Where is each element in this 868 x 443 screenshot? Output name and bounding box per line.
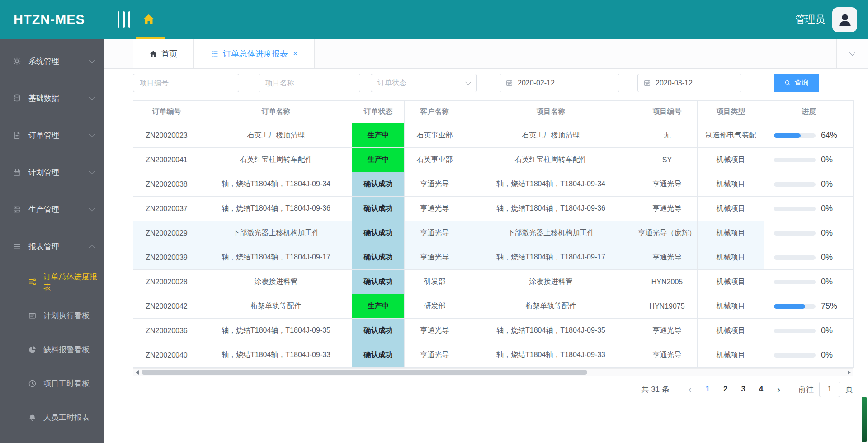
- cell-progress: 75%: [764, 294, 854, 319]
- cell-project-no: 亨通光导: [637, 319, 698, 343]
- sidebar-item-0[interactable]: 系统管理: [0, 42, 104, 80]
- cell-project-type: 机械项目: [698, 270, 764, 294]
- cell-order-name: 下部激光器上移机构加工件: [200, 221, 352, 245]
- sidebar-item-label: 生产管理: [28, 204, 90, 215]
- tab-label: 订单总体进度报表: [223, 48, 288, 59]
- progress-label: 75%: [821, 302, 837, 311]
- cell-project-no: 亨通光导: [637, 343, 698, 368]
- column-header: 进度: [764, 101, 854, 123]
- board-icon: [28, 311, 37, 320]
- sidebar-item-label: 报表管理: [28, 241, 90, 252]
- home-icon: [149, 50, 157, 58]
- sidebar-subitem-label: 人员工时报表: [43, 412, 90, 423]
- cell-order-name: 轴，烧结T1804轴，T1804J-09-33: [200, 343, 352, 368]
- cell-order-name: 轴，烧结T1804轴，T1804J-09-36: [200, 197, 352, 221]
- hamburger-icon[interactable]: [118, 11, 130, 28]
- cell-project-no: 亨通光导（庞辉）: [637, 221, 698, 245]
- progress-bar: [774, 207, 816, 211]
- column-header: 项目名称: [465, 101, 637, 123]
- cell-project-type: 机械项目: [698, 148, 764, 172]
- calendar-icon: [505, 79, 513, 87]
- date-from-value: 2020-02-12: [518, 79, 555, 87]
- pagination-page-4[interactable]: 4: [759, 385, 763, 393]
- database-icon: [13, 94, 22, 103]
- progress-label: 0%: [821, 204, 833, 213]
- sidebar-subitem-5-1[interactable]: 计划执行看板: [0, 299, 104, 333]
- pagination-next-icon[interactable]: ›: [777, 384, 780, 395]
- table-row: ZN20020041石英红宝柱周转车配件生产中石英事业部石英红宝柱周转车配件SY…: [133, 148, 854, 172]
- cell-customer: 石英事业部: [405, 123, 465, 148]
- progress-bar: [774, 329, 816, 333]
- tab-home[interactable]: 首页: [133, 39, 193, 68]
- cell-order-no: ZN20020029: [133, 221, 200, 245]
- progress-bar: [774, 353, 816, 358]
- date-from-picker[interactable]: 2020-02-12: [500, 74, 619, 92]
- pagination-prev-icon[interactable]: ‹: [689, 384, 692, 395]
- sidebar-subitem-5-0[interactable]: 订单总体进度报表: [0, 265, 104, 299]
- horizontal-scrollbar-thumb[interactable]: [142, 370, 587, 375]
- date-to-picker[interactable]: 2020-03-12: [637, 74, 741, 92]
- scroll-right-arrow-icon[interactable]: [845, 369, 853, 376]
- home-icon[interactable]: [142, 13, 156, 26]
- main-content: 订单状态 2020-02-12 2020-03-12 查询 订单编号订单名称订单…: [104, 69, 868, 443]
- list-icon: [211, 50, 219, 58]
- scroll-left-arrow-icon[interactable]: [133, 369, 141, 376]
- pagination-page-2[interactable]: 2: [723, 385, 727, 393]
- sidebar-item-5[interactable]: 报表管理: [0, 228, 104, 265]
- cell-progress: 0%: [764, 148, 854, 172]
- calendar-icon: [643, 79, 651, 87]
- vertical-scrollbar-thumb[interactable]: [862, 397, 867, 442]
- column-header: 订单编号: [133, 101, 200, 123]
- table-row: ZN20020028涂覆接进料管确认成功研发部涂覆接进料管HYN2005机械项目…: [133, 270, 854, 294]
- cell-project-type: 制造部电气装配: [698, 123, 764, 148]
- project-no-input[interactable]: [133, 74, 239, 92]
- cell-order-status: 确认成功: [352, 221, 405, 245]
- cell-order-status: 生产中: [352, 294, 405, 319]
- project-name-input[interactable]: [259, 74, 360, 92]
- cell-progress: 0%: [764, 197, 854, 221]
- cell-project-type: 机械项目: [698, 221, 764, 245]
- column-header: 客户名称: [405, 101, 465, 123]
- sidebar-item-1[interactable]: 基础数据: [0, 80, 104, 117]
- progress-label: 0%: [821, 350, 833, 360]
- progress-bar: [774, 231, 816, 236]
- tabs-dropdown-button[interactable]: [836, 39, 868, 68]
- cell-progress: 0%: [764, 270, 854, 294]
- cell-progress: 0%: [764, 172, 854, 197]
- chevron-up-icon: [89, 245, 95, 250]
- order-status-select[interactable]: 订单状态: [371, 74, 477, 92]
- pagination-page-1[interactable]: 1: [705, 385, 709, 393]
- pagination-goto-input[interactable]: [819, 382, 840, 397]
- progress-bar: [774, 255, 816, 260]
- chevron-down-icon: [89, 57, 95, 63]
- cell-customer: 亨通光导: [405, 343, 465, 368]
- search-button[interactable]: 查询: [774, 74, 819, 92]
- cell-order-no: ZN20020042: [133, 294, 200, 319]
- progress-label: 0%: [821, 277, 833, 287]
- pie-icon: [28, 345, 37, 354]
- tab-order-progress-report[interactable]: 订单总体进度报表 ×: [193, 39, 315, 68]
- cell-progress: 0%: [764, 343, 854, 368]
- sidebar-item-2[interactable]: 订单管理: [0, 117, 104, 154]
- sidebar-subitem-5-4[interactable]: 人员工时报表: [0, 401, 104, 434]
- cell-customer: 亨通光导: [405, 221, 465, 245]
- cell-project-name: 桁架单轨等配件: [465, 294, 637, 319]
- progress-label: 0%: [821, 253, 833, 262]
- sidebar-subitem-5-3[interactable]: 项目工时看板: [0, 367, 104, 401]
- tab-bar: 首页 订单总体进度报表 ×: [104, 39, 868, 69]
- pagination-page-3[interactable]: 3: [741, 385, 745, 393]
- date-to-value: 2020-03-12: [656, 79, 693, 87]
- person-icon: [837, 11, 853, 28]
- cell-project-no: 无: [637, 123, 698, 148]
- cell-order-no: ZN20020023: [133, 123, 200, 148]
- user-box[interactable]: 管理员: [795, 0, 857, 39]
- sidebar-subitem-5-2[interactable]: 缺料报警看板: [0, 333, 104, 367]
- sidebar-item-3[interactable]: 计划管理: [0, 154, 104, 191]
- avatar[interactable]: [832, 7, 857, 32]
- horizontal-scrollbar[interactable]: [133, 368, 853, 376]
- tab-close-icon[interactable]: ×: [293, 49, 297, 58]
- cell-order-name: 桁架单轨等配件: [200, 294, 352, 319]
- cell-progress: 0%: [764, 319, 854, 343]
- sidebar-item-4[interactable]: 生产管理: [0, 191, 104, 228]
- cell-progress: 0%: [764, 221, 854, 245]
